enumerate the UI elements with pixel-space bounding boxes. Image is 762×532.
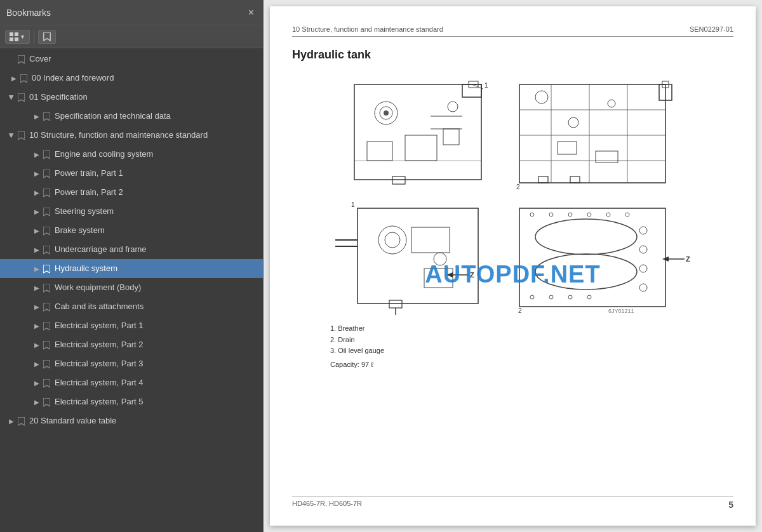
bookmark-flag-icon-14 — [43, 321, 55, 331]
bookmark-item-12[interactable]: ▶ Work equipment (Body) — [0, 278, 263, 297]
bookmark-item-15[interactable]: ▶ Electrical system, Part 2 — [0, 335, 263, 354]
bookmark-item-13[interactable]: ▶ Cab and its attachments — [0, 297, 263, 316]
svg-rect-8 — [367, 142, 392, 161]
bookmark-item-7[interactable]: ▶ Power train, Part 2 — [0, 183, 263, 202]
svg-rect-32 — [558, 142, 577, 154]
legend-item-3: 3. Oil level gauge — [330, 345, 733, 357]
bookmark-label-14: Electrical system, Part 1 — [55, 321, 258, 331]
bookmark-flag-icon-19 — [18, 416, 29, 426]
bookmark-item-1[interactable]: ▶ 00 Index and foreword — [0, 69, 263, 88]
expand-arrow-6[interactable]: ▶ — [32, 170, 42, 177]
svg-text:2: 2 — [516, 183, 520, 190]
svg-rect-34 — [538, 176, 548, 183]
expand-arrow-17[interactable]: ▶ — [32, 380, 42, 387]
bookmark-flag-icon-17 — [43, 378, 55, 388]
bookmark-item-3[interactable]: ▶ Specification and technical data — [0, 107, 263, 126]
svg-point-51 — [639, 227, 647, 234]
bookmark-flag-icon-6 — [43, 168, 55, 178]
svg-point-49 — [535, 219, 637, 255]
expand-arrow-14[interactable]: ▶ — [32, 323, 42, 329]
bookmark-label-12: Work equipment (Body) — [55, 283, 258, 293]
pdf-section-title: Hydraulic tank — [292, 48, 733, 62]
expand-arrow-18[interactable]: ▶ — [32, 399, 42, 406]
toolbar-divider — [34, 30, 34, 44]
svg-point-41 — [385, 232, 400, 248]
bookmark-flag-icon-9 — [43, 225, 55, 236]
svg-point-62 — [549, 295, 553, 299]
bookmark-item-2[interactable]: ▶ 01 Specification — [0, 88, 263, 107]
bookmark-item-0[interactable]: ▶ Cover — [0, 50, 263, 69]
expand-arrow-10[interactable]: ▶ — [32, 246, 42, 253]
bookmark-flag-icon-3 — [43, 111, 55, 121]
bookmark-label-3: Specification and technical data — [55, 111, 258, 122]
bookmark-panel-icon — [43, 32, 51, 41]
bookmark-flag-icon-5 — [43, 149, 55, 159]
expand-arrow-16[interactable]: ▶ — [32, 361, 42, 368]
panel-title: Bookmarks — [6, 8, 51, 18]
svg-text:Z: Z — [686, 255, 690, 263]
svg-point-27 — [535, 91, 548, 103]
bookmark-flag-icon-10 — [43, 244, 55, 255]
bookmark-label-13: Cab and its attachments — [55, 302, 258, 312]
bookmark-item-14[interactable]: ▶ Electrical system, Part 1 — [0, 316, 263, 335]
svg-rect-48 — [519, 208, 665, 307]
bookmark-item-10[interactable]: ▶ Undercarriage and frame — [0, 240, 263, 259]
expand-arrow-7[interactable]: ▶ — [32, 189, 42, 196]
svg-rect-17 — [392, 176, 405, 184]
pdf-header: 10 Structure, function and maintenance s… — [292, 25, 733, 37]
bookmark-flag-icon-18 — [43, 397, 55, 407]
pdf-header-left: 10 Structure, function and maintenance s… — [292, 25, 443, 33]
expand-arrow-8[interactable]: ▶ — [32, 208, 42, 215]
bookmark-item-9[interactable]: ▶ Brake system — [0, 221, 263, 240]
bookmark-label-11: Hydraulic system — [55, 263, 258, 274]
bookmark-panel-button[interactable] — [38, 30, 56, 44]
bookmark-item-11[interactable]: ▶ Hydraulic system — [0, 259, 263, 278]
svg-rect-3 — [15, 37, 18, 41]
panel-toolbar: ▼ — [0, 25, 263, 48]
svg-point-56 — [549, 213, 553, 216]
bookmark-item-16[interactable]: ▶ Electrical system, Part 3 — [0, 354, 263, 373]
close-button[interactable]: × — [246, 6, 257, 19]
grid-dropdown-arrow: ▼ — [20, 34, 25, 40]
svg-point-28 — [568, 117, 578, 128]
svg-point-63 — [568, 295, 572, 299]
legend-item-2: 2. Drain — [330, 335, 733, 346]
bookmark-item-6[interactable]: ▶ Power train, Part 1 — [0, 164, 263, 183]
bookmark-item-5[interactable]: ▶ Engine and cooling system — [0, 145, 263, 164]
bookmark-item-8[interactable]: ▶ Steering system — [0, 202, 263, 221]
grid-view-button[interactable]: ▼ — [5, 30, 30, 44]
expand-arrow-4[interactable]: ▶ — [8, 130, 15, 140]
bookmark-label-19: 20 Standard value table — [29, 416, 258, 427]
pdf-legend: 1. Breather 2. Drain 3. Oil level gauge — [330, 323, 733, 357]
svg-rect-2 — [10, 37, 13, 41]
bookmark-item-4[interactable]: ▶ 10 Structure, function and maintenance… — [0, 126, 263, 145]
bookmark-label-7: Power train, Part 2 — [55, 187, 258, 198]
expand-arrow-5[interactable]: ▶ — [32, 151, 42, 158]
svg-point-57 — [568, 213, 572, 216]
svg-rect-1 — [15, 32, 18, 36]
bookmark-flag-icon-16 — [43, 359, 55, 369]
expand-arrow-11[interactable]: ▶ — [32, 265, 42, 272]
svg-rect-46 — [389, 300, 402, 308]
svg-rect-39 — [358, 208, 478, 303]
bookmark-label-17: Electrical system, Part 4 — [55, 378, 258, 389]
pdf-content-area: AUTOPDF.NET — [292, 72, 733, 477]
expand-arrow-1[interactable]: ▶ — [9, 75, 19, 82]
expand-arrow-2[interactable]: ▶ — [8, 92, 15, 102]
bookmark-flag-icon-1 — [20, 73, 32, 83]
bookmark-item-19[interactable]: ▶ 20 Standard value table — [0, 411, 263, 430]
expand-arrow-3[interactable]: ▶ — [32, 113, 42, 120]
expand-arrow-19[interactable]: ▶ — [6, 418, 17, 425]
pdf-footer-left: HD465-7R, HD605-7R — [292, 500, 362, 510]
bookmark-flag-icon-0 — [18, 54, 29, 64]
expand-arrow-15[interactable]: ▶ — [32, 342, 42, 349]
bookmark-item-17[interactable]: ▶ Electrical system, Part 4 — [0, 373, 263, 392]
pdf-footer: HD465-7R, HD605-7R 5 — [292, 496, 733, 510]
bookmark-item-18[interactable]: ▶ Electrical system, Part 5 — [0, 392, 263, 411]
legend-item-1: 1. Breather — [330, 323, 733, 335]
expand-arrow-13[interactable]: ▶ — [32, 303, 42, 310]
svg-text:6JY01211: 6JY01211 — [608, 308, 634, 314]
expand-arrow-12[interactable]: ▶ — [32, 284, 42, 291]
expand-arrow-9[interactable]: ▶ — [32, 227, 42, 234]
bookmark-flag-icon-7 — [43, 187, 55, 197]
